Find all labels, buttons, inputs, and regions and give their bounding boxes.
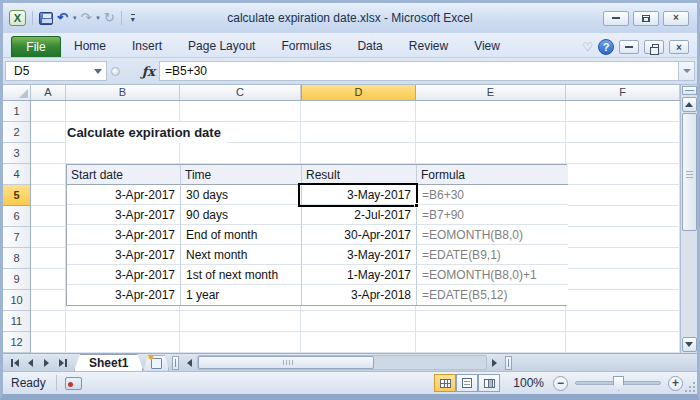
- horizontal-split-handle[interactable]: [505, 356, 512, 370]
- page-break-view-button[interactable]: [478, 374, 500, 392]
- tab-insert[interactable]: Insert: [119, 36, 175, 57]
- sheet-tab-sheet1[interactable]: Sheet1: [74, 354, 143, 371]
- macro-record-icon[interactable]: [65, 377, 82, 390]
- minimize-ribbon-icon[interactable]: ♡: [582, 40, 593, 54]
- expand-formula-bar-button[interactable]: [678, 61, 695, 81]
- table-header-time[interactable]: Time: [181, 165, 302, 185]
- tab-data[interactable]: Data: [344, 36, 395, 57]
- customize-qat-icon[interactable]: ▾: [131, 14, 135, 23]
- vertical-split-handle[interactable]: [682, 86, 697, 95]
- cell-formula[interactable]: =EDATE(B5,12): [417, 285, 568, 305]
- restore-button[interactable]: [633, 11, 659, 26]
- minimize-button[interactable]: [603, 11, 629, 26]
- table-header-formula[interactable]: Formula: [417, 165, 568, 185]
- column-header-c[interactable]: C: [180, 85, 301, 100]
- scroll-left-button[interactable]: [182, 356, 197, 370]
- insert-worksheet-tab[interactable]: [143, 355, 169, 371]
- selected-cell-outline[interactable]: [298, 183, 418, 207]
- row-header-7[interactable]: 7: [3, 227, 30, 248]
- undo-icon[interactable]: ↶: [57, 10, 68, 26]
- tab-home[interactable]: Home: [61, 36, 119, 57]
- cell-start-date[interactable]: 3-Apr-2017: [67, 185, 181, 205]
- close-button[interactable]: ×: [663, 11, 689, 26]
- sheet-title-cell[interactable]: Calculate expiration date: [67, 122, 227, 143]
- excel-logo-icon[interactable]: X: [9, 10, 26, 26]
- vertical-scroll-thumb[interactable]: [682, 113, 697, 231]
- horizontal-scroll-thumb[interactable]: [198, 356, 374, 369]
- formula-bar-handle[interactable]: [111, 67, 120, 76]
- prev-sheet-icon[interactable]: [23, 356, 38, 370]
- last-sheet-icon[interactable]: [55, 356, 70, 370]
- page-layout-view-button[interactable]: [456, 374, 478, 392]
- name-box-dropdown-icon[interactable]: [94, 69, 102, 74]
- insert-function-icon[interactable]: ƒx: [142, 64, 155, 79]
- cell-time[interactable]: 90 days: [181, 205, 302, 225]
- row-header-9[interactable]: 9: [3, 269, 30, 290]
- cell-start-date[interactable]: 3-Apr-2017: [67, 225, 181, 245]
- zoom-slider-thumb[interactable]: [613, 376, 624, 391]
- doc-restore-button[interactable]: [644, 40, 664, 54]
- normal-view-button[interactable]: [434, 374, 456, 392]
- formula-input[interactable]: =B5+30: [159, 61, 678, 81]
- scroll-up-button[interactable]: [682, 97, 697, 112]
- select-all-corner[interactable]: [3, 85, 31, 100]
- column-header-e[interactable]: E: [416, 85, 566, 100]
- scroll-down-button[interactable]: [682, 337, 697, 352]
- column-header-f[interactable]: F: [566, 85, 680, 100]
- vertical-scrollbar[interactable]: [680, 85, 697, 353]
- column-header-d[interactable]: D: [301, 85, 416, 100]
- row-header-8[interactable]: 8: [3, 248, 30, 269]
- row-header-2[interactable]: 2: [3, 122, 30, 143]
- row-header-1[interactable]: 1: [3, 101, 30, 122]
- help-icon[interactable]: ?: [598, 39, 614, 55]
- row-header-3[interactable]: 3: [3, 143, 30, 164]
- cell-formula[interactable]: =EOMONTH(B8,0)+1: [417, 265, 568, 285]
- name-box[interactable]: D5: [5, 61, 107, 81]
- column-header-b[interactable]: B: [66, 85, 180, 100]
- fill-handle[interactable]: [414, 203, 419, 208]
- row-header-10[interactable]: 10: [3, 290, 30, 311]
- table-header-result[interactable]: Result: [302, 165, 417, 185]
- tab-review[interactable]: Review: [396, 36, 461, 57]
- column-header-a[interactable]: A: [31, 85, 66, 100]
- first-sheet-icon[interactable]: [7, 356, 22, 370]
- cell-time[interactable]: End of month: [181, 225, 302, 245]
- row-header-11[interactable]: 11: [3, 311, 30, 332]
- tab-view[interactable]: View: [461, 36, 513, 57]
- next-sheet-icon[interactable]: [39, 356, 54, 370]
- save-icon[interactable]: [39, 12, 53, 25]
- row-header-4[interactable]: 4: [3, 164, 30, 185]
- cell-result[interactable]: 3-Apr-2018: [302, 285, 417, 305]
- tab-page-layout[interactable]: Page Layout: [175, 36, 268, 57]
- undo-dropdown-icon[interactable]: ▾: [73, 14, 77, 22]
- row-header-12[interactable]: 12: [3, 332, 30, 353]
- cell-time[interactable]: Next month: [181, 245, 302, 265]
- cell-formula[interactable]: =EDATE(B9,1): [417, 245, 568, 265]
- cell-time[interactable]: 1 year: [181, 285, 302, 305]
- cell-time[interactable]: 30 days: [181, 185, 302, 205]
- cell-time[interactable]: 1st of next month: [181, 265, 302, 285]
- redo-icon[interactable]: ↷: [80, 10, 91, 26]
- cell-result[interactable]: 3-May-2017: [302, 245, 417, 265]
- horizontal-scrollbar[interactable]: [197, 355, 487, 370]
- zoom-level[interactable]: 100%: [513, 376, 544, 390]
- row-header-6[interactable]: 6: [3, 206, 30, 227]
- cell-formula[interactable]: =B7+90: [417, 205, 568, 225]
- zoom-slider[interactable]: [575, 381, 661, 385]
- cell-formula[interactable]: =EOMONTH(B8,0): [417, 225, 568, 245]
- cell-start-date[interactable]: 3-Apr-2017: [67, 245, 181, 265]
- cell-result[interactable]: 2-Jul-2017: [302, 205, 417, 225]
- zoom-out-button[interactable]: −: [553, 376, 568, 391]
- repeat-icon[interactable]: ↻: [104, 10, 115, 26]
- cell-start-date[interactable]: 3-Apr-2017: [67, 205, 181, 225]
- cell-result[interactable]: 30-Apr-2017: [302, 225, 417, 245]
- cells-area[interactable]: Calculate expiration date Start dateTime…: [31, 101, 680, 353]
- scroll-right-button[interactable]: [487, 356, 502, 370]
- row-header-5[interactable]: 5: [3, 185, 30, 206]
- tab-formulas[interactable]: Formulas: [268, 36, 344, 57]
- tab-split-handle[interactable]: [172, 356, 179, 370]
- tab-file[interactable]: File: [11, 36, 61, 57]
- cell-start-date[interactable]: 3-Apr-2017: [67, 265, 181, 285]
- cell-result[interactable]: 1-May-2017: [302, 265, 417, 285]
- redo-dropdown-icon[interactable]: ▾: [96, 14, 100, 22]
